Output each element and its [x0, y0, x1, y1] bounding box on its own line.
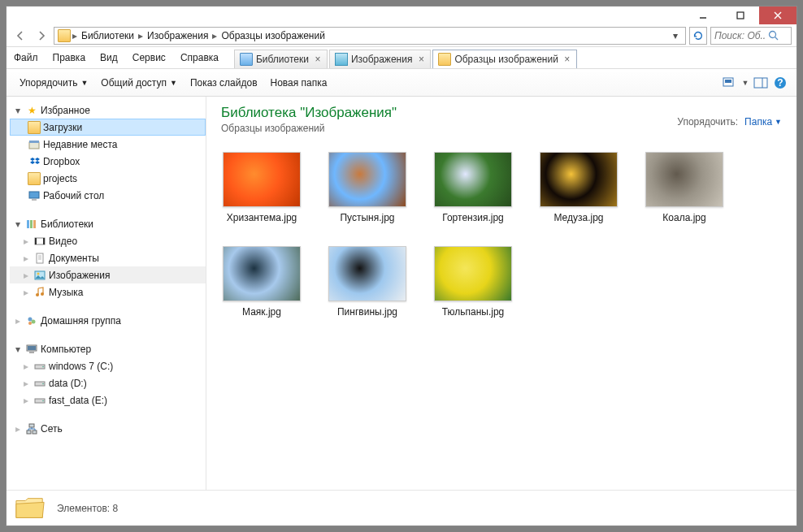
expand-icon[interactable]: ▸ [13, 316, 23, 326]
expand-icon[interactable]: ▸ [21, 253, 31, 263]
refresh-button[interactable] [689, 27, 707, 45]
svg-rect-16 [27, 220, 29, 228]
drive-icon [33, 394, 46, 407]
tree-desktop[interactable]: Рабочий стол [10, 187, 206, 204]
music-icon [33, 286, 46, 299]
svg-rect-8 [754, 78, 767, 88]
view-mode-button[interactable] [720, 73, 740, 93]
dropbox-icon [28, 155, 41, 168]
tab-close[interactable]: × [562, 54, 573, 65]
drive-icon [33, 360, 46, 373]
breadcrumb-segment[interactable]: Образцы изображений [219, 28, 327, 43]
tree-dropbox[interactable]: Dropbox [10, 153, 206, 170]
file-item[interactable]: Медуза.jpg [538, 152, 619, 223]
tree-downloads[interactable]: Загрузки [10, 119, 206, 136]
svg-point-41 [42, 400, 44, 401]
close-button[interactable] [759, 6, 796, 24]
tab-close[interactable]: × [415, 54, 427, 65]
arrange-dropdown[interactable]: Папка▼ [744, 116, 782, 128]
file-grid[interactable]: Хризантема.jpgПустыня.jpgГортензия.jpgМе… [206, 137, 796, 490]
title-bar [7, 6, 796, 24]
tree-drive-d[interactable]: ▸ data (D:) [10, 374, 206, 391]
folder-icon [28, 172, 41, 185]
forward-button[interactable] [33, 27, 50, 45]
tab-images[interactable]: Изображения × [329, 50, 431, 68]
tree-favorites[interactable]: ▾ ★ Избранное [10, 102, 206, 119]
status-bar: Элементов: 8 [7, 490, 796, 526]
preview-pane-button[interactable] [751, 73, 770, 93]
tree-label: Изображения [49, 270, 110, 281]
tree-pictures[interactable]: ▸ Изображения [10, 266, 206, 283]
menu-file[interactable]: Файл [7, 47, 46, 68]
pictures-icon [33, 269, 46, 282]
share-button[interactable]: Общий доступ▼ [94, 74, 184, 92]
tree-computer[interactable]: ▾ Компьютер [10, 340, 206, 357]
expand-icon[interactable]: ▸ [21, 378, 31, 388]
library-title: Библиотека "Изображения" [221, 105, 677, 121]
file-item[interactable]: Коала.jpg [644, 152, 725, 223]
search-box[interactable] [710, 27, 792, 45]
search-input[interactable] [714, 30, 765, 41]
collapse-icon[interactable]: ▾ [13, 344, 23, 354]
expand-icon[interactable]: ▸ [21, 236, 31, 246]
tree-libraries[interactable]: ▾ Библиотеки [10, 215, 206, 232]
tree-drive-e[interactable]: ▸ fast_data (E:) [10, 391, 206, 409]
minimize-button[interactable] [684, 6, 722, 24]
help-button[interactable]: ? [770, 73, 790, 93]
tab-close[interactable]: × [312, 54, 323, 65]
svg-point-27 [37, 272, 40, 275]
tree-projects[interactable]: projects [10, 170, 206, 187]
file-item[interactable]: Пустыня.jpg [327, 152, 408, 223]
breadcrumb-segment[interactable]: Библиотеки [79, 28, 137, 43]
svg-line-5 [775, 37, 779, 41]
expand-icon[interactable]: ▸ [21, 288, 31, 297]
tree-music[interactable]: ▸ Музыка [10, 283, 206, 301]
maximize-button[interactable] [722, 6, 759, 24]
svg-point-29 [41, 292, 44, 296]
menu-help[interactable]: Справка [173, 47, 226, 68]
tree-label: projects [43, 173, 77, 184]
tab-libraries[interactable]: Библиотеки × [234, 50, 328, 68]
tree-drive-c[interactable]: ▸ windows 7 (C:) [10, 357, 206, 374]
file-item[interactable]: Хризантема.jpg [221, 152, 302, 223]
svg-rect-22 [37, 253, 43, 263]
tree-network[interactable]: ▸ Сеть [10, 420, 206, 437]
expand-icon[interactable]: ▸ [13, 424, 23, 434]
expand-icon[interactable]: ▸ [21, 270, 31, 280]
view-mode-dropdown[interactable]: ▼ [740, 73, 751, 93]
new-folder-button[interactable]: Новая папка [264, 74, 334, 92]
file-item[interactable]: Тюльпаны.jpg [432, 246, 514, 318]
file-name: Коала.jpg [662, 212, 705, 223]
library-subtitle: Образцы изображений [221, 123, 677, 134]
svg-point-37 [42, 365, 44, 367]
tree-documents[interactable]: ▸ Документы [10, 249, 206, 266]
tree-homegroup[interactable]: ▸ Домашняя группа [10, 312, 206, 329]
thumbnail-image [434, 246, 512, 301]
file-item[interactable]: Пингвины.jpg [327, 246, 408, 318]
collapse-icon[interactable]: ▾ [13, 106, 23, 115]
back-button[interactable] [11, 27, 29, 45]
breadcrumb-segment[interactable]: Изображения [145, 28, 211, 43]
expand-icon[interactable]: ▸ [21, 361, 31, 371]
tab-label: Изображения [351, 54, 412, 65]
nav-row: ▸ Библиотеки ▸ Изображения ▸ Образцы изо… [7, 24, 796, 47]
menu-edit[interactable]: Правка [46, 47, 93, 68]
address-bar[interactable]: ▸ Библиотеки ▸ Изображения ▸ Образцы изо… [54, 27, 686, 45]
file-item[interactable]: Маяк.jpg [221, 246, 302, 318]
collapse-icon[interactable]: ▾ [13, 219, 23, 229]
organize-button[interactable]: Упорядочить▼ [13, 74, 94, 92]
file-item[interactable]: Гортензия.jpg [432, 152, 514, 223]
menu-service[interactable]: Сервис [125, 47, 173, 68]
menu-view[interactable]: Вид [93, 47, 125, 68]
slideshow-button[interactable]: Показ слайдов [184, 74, 264, 92]
tree-label: Музыка [49, 287, 83, 298]
svg-rect-35 [29, 352, 34, 353]
status-count: Элементов: 8 [57, 503, 118, 514]
expand-icon[interactable]: ▸ [21, 396, 31, 405]
svg-text:?: ? [777, 77, 783, 89]
svg-rect-1 [737, 12, 744, 19]
tree-video[interactable]: ▸ Видео [10, 232, 206, 249]
address-dropdown[interactable]: ▾ [669, 30, 682, 41]
tab-sample-images[interactable]: Образцы изображений × [432, 50, 576, 68]
tree-recent[interactable]: Недавние места [10, 136, 206, 153]
